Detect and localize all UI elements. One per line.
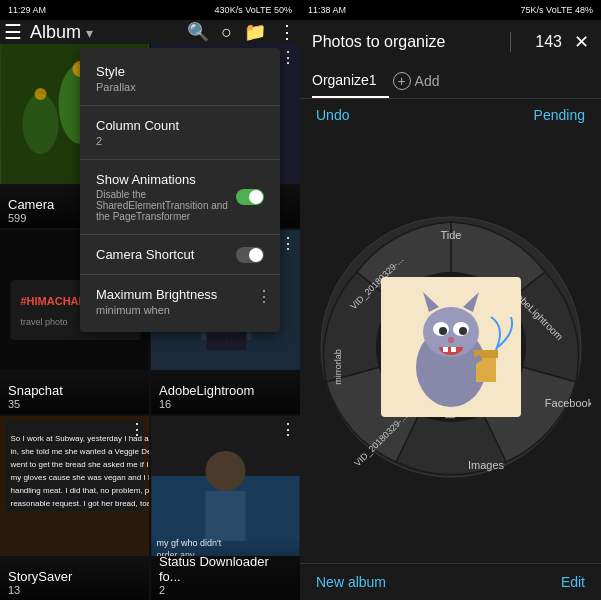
- dropdown-max-brightness[interactable]: Maximum Brightness minimum when ⋮: [80, 279, 280, 324]
- add-icon: +: [393, 72, 411, 90]
- dropdown-style[interactable]: Style Parallax: [80, 56, 280, 101]
- more-icon-2[interactable]: ⋮: [256, 287, 272, 306]
- right-header: Photos to organize 143 ✕: [300, 20, 601, 64]
- left-panel: 11:29 AM 430K/s VoLTE 50% ☰ Album ▾ 🔍 ○ …: [0, 0, 300, 600]
- svg-point-4: [35, 88, 47, 100]
- undo-button[interactable]: Undo: [316, 107, 349, 123]
- close-button[interactable]: ✕: [574, 31, 589, 53]
- svg-text:handling meat. I did that, no : handling meat. I did that, no problem, p…: [11, 486, 150, 495]
- right-actions: Undo Pending: [300, 99, 601, 131]
- svg-text:mirrorlab: mirrorlab: [333, 349, 343, 385]
- adobelightroom-more[interactable]: ⋮: [280, 234, 296, 253]
- svg-text:Facebook: Facebook: [544, 397, 590, 409]
- adobelightroom-label: AdobeLightroom 16: [151, 367, 300, 414]
- center-image: [381, 277, 521, 417]
- screenshots-more[interactable]: ⋮: [280, 48, 296, 67]
- left-header: ☰ Album ▾ 🔍 ○ 📁 ⋮: [0, 20, 300, 44]
- left-status-right: 430K/s VoLTE 50%: [215, 5, 292, 15]
- svg-rect-33: [206, 491, 246, 541]
- dropdown-divider4: [80, 274, 280, 275]
- dropdown-divider3: [80, 234, 280, 235]
- svg-point-1: [23, 94, 59, 154]
- wheel-container[interactable]: Tide AdobeLightroom Facebook Images VID_…: [300, 131, 601, 563]
- svg-point-32: [206, 451, 246, 491]
- photo-count: 143: [535, 33, 562, 51]
- right-time: 11:38 AM: [308, 5, 346, 15]
- circle-icon[interactable]: ○: [221, 22, 232, 43]
- search-icon[interactable]: 🔍: [187, 21, 209, 43]
- settings-dropdown: Style Parallax Column Count 2 Show Anima…: [80, 48, 280, 332]
- album-cell-statusdownloader[interactable]: my gf who didn't order any Status Downlo…: [151, 416, 300, 600]
- edit-button[interactable]: Edit: [561, 574, 585, 590]
- animations-toggle[interactable]: [236, 189, 264, 205]
- header-icons: 🔍 ○ 📁 ⋮: [187, 21, 296, 43]
- statusdownloader-more[interactable]: ⋮: [280, 420, 296, 439]
- tab-organize1[interactable]: Organize1: [312, 64, 389, 98]
- left-status-bar: 11:29 AM 430K/s VoLTE 50%: [0, 0, 300, 20]
- svg-text:Images: Images: [467, 459, 504, 471]
- left-time: 11:29 AM: [8, 5, 46, 15]
- right-panel: 11:38 AM 75K/s VoLTE 48% Photos to organ…: [300, 0, 601, 600]
- svg-text:Tide: Tide: [440, 229, 461, 241]
- dropdown-divider2: [80, 159, 280, 160]
- pending-status: Pending: [534, 107, 585, 123]
- svg-text:my gloves cause she was vegan : my gloves cause she was vegan and I had …: [11, 473, 150, 482]
- storysaver-more[interactable]: ⋮: [129, 420, 145, 439]
- tab-add[interactable]: + Add: [393, 72, 440, 90]
- right-tabs: Organize1 + Add: [300, 64, 601, 99]
- dropdown-column-count[interactable]: Column Count 2: [80, 110, 280, 155]
- storysaver-label: StorySaver 13: [0, 553, 149, 600]
- right-status-bar: 11:38 AM 75K/s VoLTE 48%: [300, 0, 601, 20]
- svg-text:#HIMACHAL: #HIMACHAL: [21, 295, 86, 307]
- new-album-button[interactable]: New album: [316, 574, 386, 590]
- svg-text:travel photo: travel photo: [21, 317, 68, 327]
- svg-text:reasonable request. I got her : reasonable request. I got her bread, toa…: [11, 499, 150, 508]
- dropdown-camera-shortcut[interactable]: Camera Shortcut: [80, 239, 280, 270]
- statusdownloader-label: Status Downloader fo... 2: [151, 538, 300, 600]
- folder-icon[interactable]: 📁: [244, 21, 266, 43]
- album-title: Album ▾: [30, 22, 187, 43]
- menu-icon[interactable]: ☰: [4, 20, 22, 44]
- right-bottom-bar: New album Edit: [300, 563, 601, 600]
- dropdown-show-animations[interactable]: Show Animations Disable the SharedElemen…: [80, 164, 280, 230]
- snapchat-label: Snapchat 35: [0, 367, 149, 414]
- svg-text:in, she told me she wanted a V: in, she told me she wanted a Veggie Deli…: [11, 447, 150, 456]
- dropdown-divider: [80, 105, 280, 106]
- dropdown-arrow[interactable]: ▾: [86, 25, 93, 41]
- right-status-right: 75K/s VoLTE 48%: [521, 5, 593, 15]
- more-icon[interactable]: ⋮: [278, 21, 296, 43]
- right-title: Photos to organize: [312, 33, 510, 51]
- camera-toggle[interactable]: [236, 247, 264, 263]
- album-cell-storysaver[interactable]: So I work at Subway, yesterday I had a c…: [0, 416, 149, 600]
- header-divider: [510, 32, 511, 52]
- svg-text:went to get the bread she aske: went to get the bread she asked me if I …: [10, 460, 150, 469]
